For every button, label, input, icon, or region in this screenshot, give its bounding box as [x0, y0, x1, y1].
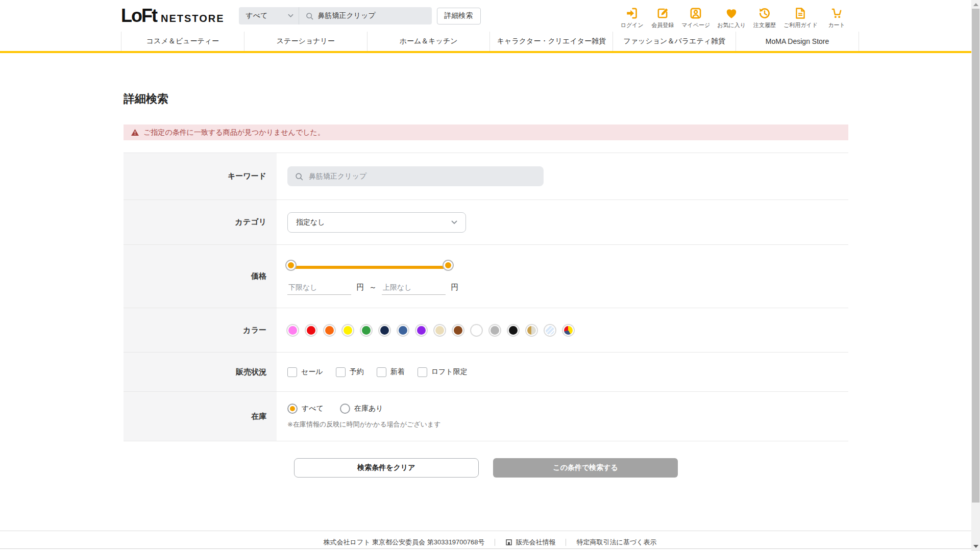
footer-commercial-law-link[interactable]: 特定商取引法に基づく表示	[576, 538, 656, 547]
category-select[interactable]: 指定なし	[287, 212, 466, 233]
warning-icon	[131, 129, 139, 136]
radio-in-stock[interactable]: 在庫あり	[340, 404, 383, 414]
guide-icon	[794, 7, 807, 20]
page-title: 詳細検索	[124, 91, 848, 107]
color-swatch-orange[interactable]	[324, 325, 335, 336]
color-swatch-blue[interactable]	[398, 325, 408, 336]
color-swatch-clear[interactable]	[545, 325, 555, 336]
cart-icon	[830, 7, 843, 20]
keyword-input[interactable]	[309, 172, 523, 181]
main-content: 詳細検索 ご指定の条件に一致する商品が見つかりませんでした。 キーワード カテゴ…	[124, 91, 848, 478]
checkbox-reservation[interactable]: 予約	[336, 367, 364, 377]
color-swatch-black[interactable]	[508, 325, 519, 336]
price-min-input[interactable]	[287, 282, 351, 295]
color-swatch-navy[interactable]	[379, 325, 390, 336]
category-row: カテゴリ 指定なし	[124, 200, 848, 245]
radio-in-stock-circle[interactable]	[340, 404, 350, 414]
radio-all[interactable]: すべて	[287, 404, 324, 414]
footer-divider	[495, 539, 495, 546]
checkbox-loft-limited-box[interactable]	[418, 367, 427, 377]
price-min-unit: 円	[356, 283, 364, 295]
color-swatches	[287, 325, 848, 336]
stock-options: すべて 在庫あり	[287, 404, 848, 414]
radio-all-circle[interactable]	[287, 404, 298, 414]
nav-home-kitchen[interactable]: ホーム＆キッチン	[367, 32, 490, 51]
price-max-input[interactable]	[382, 282, 446, 295]
checkbox-sale[interactable]: セール	[287, 367, 323, 377]
checkbox-loft-limited[interactable]: ロフト限定	[418, 367, 468, 377]
checkbox-reservation-label: 予約	[350, 367, 364, 377]
keyword-input-wrapper	[287, 166, 544, 186]
footer-seller-info-link[interactable]: 販売会社情報	[505, 538, 555, 547]
color-swatch-purple[interactable]	[416, 325, 427, 336]
price-range-slider	[287, 261, 452, 274]
favorites-link[interactable]: お気に入り	[717, 7, 746, 29]
price-slider-handle-max[interactable]	[444, 261, 453, 270]
page-scrollbar[interactable]	[971, 0, 980, 551]
color-swatch-gray[interactable]	[489, 325, 500, 336]
register-icon	[656, 7, 669, 20]
color-swatch-pink[interactable]	[287, 325, 298, 336]
error-banner: ご指定の条件に一致する商品が見つかりませんでした。	[124, 124, 848, 140]
radio-all-dot	[290, 406, 295, 411]
price-max-unit: 円	[451, 283, 458, 295]
scrollbar-thumb[interactable]	[972, 9, 979, 503]
mypage-icon	[689, 7, 702, 20]
radio-in-stock-label: 在庫あり	[354, 404, 383, 413]
header-search-bar: すべて	[239, 7, 432, 24]
color-swatch-white[interactable]	[471, 325, 482, 336]
history-icon	[758, 7, 771, 20]
loft-logo[interactable]: LoFt NETSTORE	[121, 5, 225, 27]
color-swatch-brown[interactable]	[453, 325, 463, 336]
order-history-link[interactable]: 注文履歴	[753, 7, 776, 29]
guide-link[interactable]: ご利用ガイド	[783, 7, 818, 29]
header-quicklinks: ログイン 会員登録 マイページ お気に入り 注文履歴 ご利用ガイド カート	[620, 7, 848, 29]
header-search-input[interactable]	[318, 12, 430, 20]
header-search-category-select[interactable]: すべて	[239, 7, 299, 24]
color-swatch-green[interactable]	[361, 325, 372, 336]
checkbox-reservation-box[interactable]	[336, 367, 346, 377]
checkbox-sale-label: セール	[301, 367, 323, 377]
mypage-label: マイページ	[681, 21, 710, 29]
checkbox-new-box[interactable]	[377, 367, 386, 377]
search-icon	[305, 12, 314, 20]
nav-character-creator[interactable]: キャラクター・クリエイター雑貨	[489, 32, 612, 51]
stock-label: 在庫	[124, 392, 277, 441]
scrollbar-up-arrow-icon[interactable]	[973, 3, 978, 6]
nav-fashion-variety[interactable]: ファッション＆バラエティ雑貨	[612, 32, 736, 51]
header-search-field	[299, 12, 432, 20]
nav-cosme-beauty[interactable]: コスメ＆ビューティー	[121, 32, 244, 51]
footer-seller-info-label: 販売会社情報	[516, 538, 555, 547]
color-swatch-red[interactable]	[306, 325, 316, 336]
sales-status-options: セール 予約 新着 ロフト限定	[287, 367, 848, 377]
register-label: 会員登録	[651, 21, 674, 29]
footer-divider	[566, 539, 566, 546]
chevron-down-icon	[451, 220, 457, 224]
stock-row: 在庫 すべて 在庫あり ※在庫情報の反映に時間がかかる場合がございます	[124, 392, 848, 441]
checkbox-sale-box[interactable]	[287, 367, 297, 377]
cart-link[interactable]: カート	[825, 7, 848, 29]
login-link[interactable]: ログイン	[620, 7, 644, 29]
register-link[interactable]: 会員登録	[651, 7, 674, 29]
search-with-conditions-button[interactable]: この条件で検索する	[493, 458, 678, 478]
mypage-link[interactable]: マイページ	[681, 7, 710, 29]
color-swatch-yellow[interactable]	[342, 325, 353, 336]
nav-stationery[interactable]: ステーショナリー	[244, 32, 367, 51]
scrollbar-down-arrow-icon[interactable]	[973, 545, 978, 548]
color-swatch-beige[interactable]	[434, 325, 445, 336]
price-slider-track[interactable]	[287, 266, 452, 269]
error-message: ご指定の条件に一致する商品が見つかりませんでした。	[143, 128, 325, 137]
checkbox-new[interactable]: 新着	[377, 367, 405, 377]
price-slider-handle-min[interactable]	[286, 261, 296, 270]
detail-search-button[interactable]: 詳細検索	[437, 8, 481, 24]
checkbox-loft-limited-label: ロフト限定	[431, 367, 468, 377]
sales-status-row: 販売状況 セール 予約 新着	[124, 353, 848, 392]
brand-yellow-divider	[0, 51, 971, 53]
form-actions: 検索条件をクリア この条件で検索する	[124, 458, 848, 478]
color-swatch-gold-silver[interactable]	[526, 325, 537, 336]
color-swatch-multicolor[interactable]	[563, 325, 574, 336]
nav-moma-design-store[interactable]: MoMA Design Store	[736, 32, 859, 51]
clear-conditions-button[interactable]: 検索条件をクリア	[294, 458, 479, 478]
guide-label: ご利用ガイド	[783, 21, 818, 29]
keyword-label: キーワード	[124, 153, 277, 199]
